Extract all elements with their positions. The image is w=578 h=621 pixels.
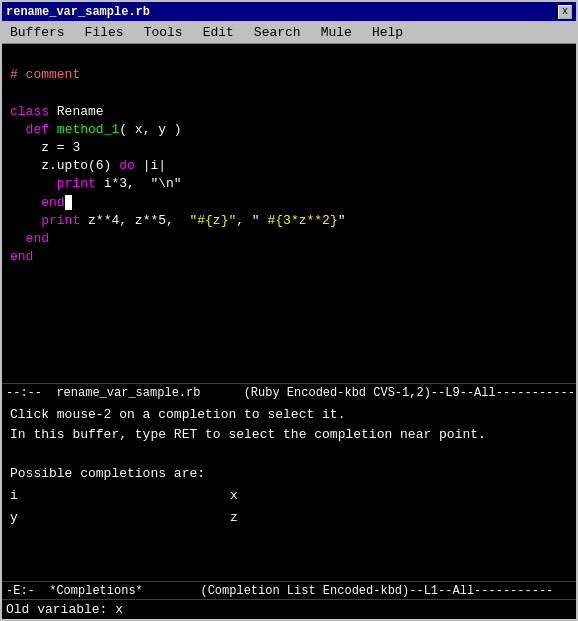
completions-line2: In this buffer, type RET to select the c… [10, 425, 568, 445]
status-bar-completions-text: -E:- *Completions* (Completion List Enco… [6, 584, 553, 598]
main-window: rename_var_sample.rb x Buffers Files Too… [0, 0, 578, 621]
code-line-end2: end [10, 230, 568, 248]
menu-files[interactable]: Files [81, 24, 128, 41]
status-bar-editor: --:-- rename_var_sample.rb (Ruby Encoded… [2, 383, 576, 401]
menu-search[interactable]: Search [250, 24, 305, 41]
window-title: rename_var_sample.rb [6, 5, 150, 19]
code-line [10, 84, 568, 102]
completions-panel: Click mouse-2 on a completion to select … [2, 401, 576, 581]
code-line-print1: print i*3, "\n" [10, 175, 568, 193]
completions-header: Possible completions are: [10, 464, 568, 484]
completion-item-i[interactable]: i [10, 485, 230, 507]
code-editor[interactable]: # comment class Rename def method_1( x, … [2, 44, 576, 383]
close-button[interactable]: x [558, 5, 572, 19]
code-line-end3: end [10, 248, 568, 266]
code-line-def: def method_1( x, y ) [10, 121, 568, 139]
code-line-print2: print z**4, z**5, "#{z}", " #{3*z**2}" [10, 212, 568, 230]
code-line-upto: z.upto(6) do |i| [10, 157, 568, 175]
menu-mule[interactable]: Mule [317, 24, 356, 41]
mini-buffer[interactable]: Old variable: x [2, 599, 576, 619]
code-line-end1: end [10, 194, 568, 212]
menu-tools[interactable]: Tools [140, 24, 187, 41]
status-bar-editor-text: --:-- rename_var_sample.rb (Ruby Encoded… [6, 386, 575, 400]
completions-line3 [10, 444, 568, 464]
code-line-class: class Rename [10, 103, 568, 121]
menu-bar: Buffers Files Tools Edit Search Mule Hel… [2, 22, 576, 44]
completion-item-y[interactable]: y [10, 507, 230, 529]
title-bar: rename_var_sample.rb x [2, 2, 576, 22]
completion-item-z[interactable]: z [230, 507, 450, 529]
code-line-assign: z = 3 [10, 139, 568, 157]
completions-line1: Click mouse-2 on a completion to select … [10, 405, 568, 425]
menu-buffers[interactable]: Buffers [6, 24, 69, 41]
menu-help[interactable]: Help [368, 24, 407, 41]
code-line [10, 48, 568, 66]
code-line-comment: # comment [10, 66, 568, 84]
status-bar-completions: -E:- *Completions* (Completion List Enco… [2, 581, 576, 599]
mini-buffer-text: Old variable: x [6, 602, 123, 617]
completions-grid: i x y z [10, 485, 568, 528]
menu-edit[interactable]: Edit [199, 24, 238, 41]
completion-item-x[interactable]: x [230, 485, 450, 507]
